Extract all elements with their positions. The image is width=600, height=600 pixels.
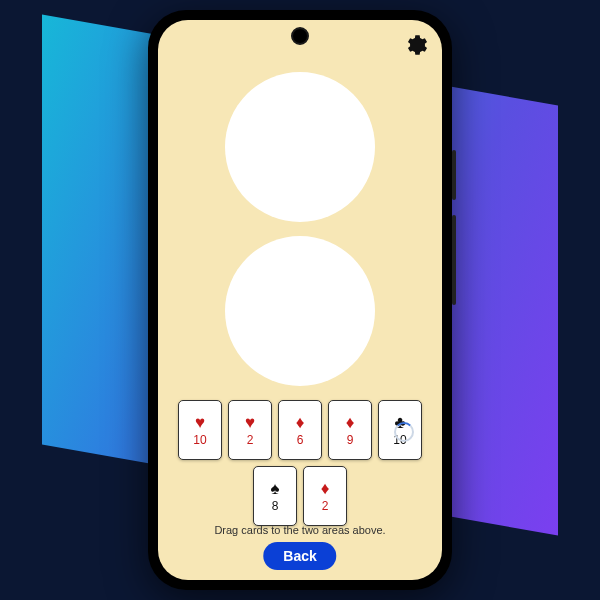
gear-icon [402,32,428,58]
playing-card[interactable]: ♥10 [178,400,222,460]
app-stage: ♥10♥2♦6♦9♣10 ♠8♦2 Drag cards to the two … [0,0,600,600]
hint-text: Drag cards to the two areas above. [158,524,442,536]
playing-card[interactable]: ♠8 [253,466,297,526]
diamond-suit-icon: ♦ [346,414,355,431]
loading-spinner-icon [394,422,414,442]
playing-card[interactable]: ♦9 [328,400,372,460]
diamond-suit-icon: ♦ [296,414,305,431]
card-rank: 6 [297,433,304,447]
phone-side-button [452,150,456,200]
card-row: ♠8♦2 [253,466,347,526]
settings-button[interactable] [402,32,428,58]
playing-card[interactable]: ♦6 [278,400,322,460]
heart-suit-icon: ♥ [245,414,255,431]
card-rank: 10 [193,433,206,447]
card-rank: 9 [347,433,354,447]
card-rank: 2 [322,499,329,513]
spade-suit-icon: ♠ [270,480,279,497]
phone-frame: ♥10♥2♦6♦9♣10 ♠8♦2 Drag cards to the two … [148,10,452,590]
phone-screen: ♥10♥2♦6♦9♣10 ♠8♦2 Drag cards to the two … [158,20,442,580]
heart-suit-icon: ♥ [195,414,205,431]
playing-card[interactable]: ♥2 [228,400,272,460]
drop-zone-top[interactable] [225,72,375,222]
phone-camera [291,27,309,45]
card-rank: 2 [247,433,254,447]
card-rank: 8 [272,499,279,513]
card-row: ♥10♥2♦6♦9♣10 [178,400,422,460]
phone-side-button [452,215,456,305]
card-tray: ♥10♥2♦6♦9♣10 ♠8♦2 [158,400,442,526]
playing-card[interactable]: ♦2 [303,466,347,526]
diamond-suit-icon: ♦ [321,480,330,497]
back-button[interactable]: Back [263,542,336,570]
drop-zone-bottom[interactable] [225,236,375,386]
